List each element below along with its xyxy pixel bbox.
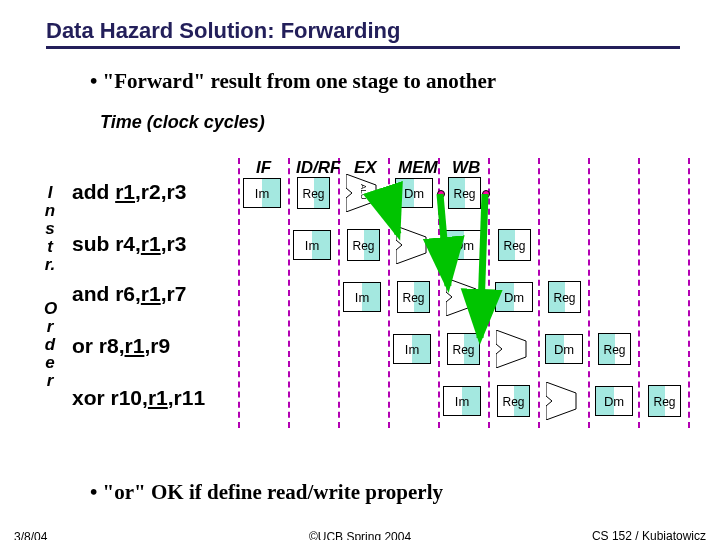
- instr-xor: xor r10,r1,r11: [72, 386, 205, 410]
- reg-box: Reg: [498, 229, 531, 261]
- footer-right: CS 152 / KubiatowiczLec12.23: [592, 530, 706, 540]
- dm-box: Dm: [495, 282, 533, 312]
- instr-add: add r1,r2,r3: [72, 180, 186, 204]
- bullet-or-ok: • "or" OK if define read/write properly: [90, 480, 443, 505]
- im-box: Im: [393, 334, 431, 364]
- time-label: Time (clock cycles): [100, 112, 720, 133]
- im-box: Im: [243, 178, 281, 208]
- alu-shape: ALU: [346, 174, 382, 212]
- fwd-dot: [382, 190, 390, 198]
- im-box: Im: [443, 386, 481, 416]
- alu-shape: [546, 382, 582, 420]
- svg-marker-2: [396, 226, 426, 264]
- svg-marker-3: [446, 278, 476, 316]
- reg-box: Reg: [297, 177, 330, 209]
- instr-sub: sub r4,r1,r3: [72, 232, 186, 256]
- reg-box: Reg: [598, 333, 631, 365]
- reg-box: Reg: [447, 333, 480, 365]
- bullet-forward: • "Forward" result from one stage to ano…: [90, 69, 720, 94]
- dm-box: Dm: [595, 386, 633, 416]
- side-instr: Instr.: [44, 184, 56, 274]
- alu-shape: [396, 226, 432, 264]
- stage-id: ID/RF: [296, 158, 340, 178]
- alu-shape: [496, 330, 532, 368]
- reg-box: Reg: [347, 229, 380, 261]
- reg-box: Reg: [497, 385, 530, 417]
- stage-if: IF: [256, 158, 271, 178]
- fwd-dot: [482, 190, 490, 198]
- instr-and: and r6,r1,r7: [72, 282, 186, 306]
- dm-box: Dm: [445, 230, 483, 260]
- reg-box: Reg: [648, 385, 681, 417]
- pipeline-diagram: IF ID/RF EX MEM WB Instr. Order add r1,r…: [40, 138, 700, 468]
- slide-title: Data Hazard Solution: Forwarding: [46, 18, 680, 49]
- instr-or: or r8,r1,r9: [72, 334, 170, 358]
- reg-box: Reg: [448, 177, 481, 209]
- side-order: Order: [44, 300, 56, 390]
- im-box: Im: [343, 282, 381, 312]
- dm-box: Dm: [545, 334, 583, 364]
- dm-box: Dm: [395, 178, 433, 208]
- stage-wb: WB: [452, 158, 480, 178]
- alu-shape: [446, 278, 482, 316]
- stage-mem: MEM: [398, 158, 438, 178]
- im-box: Im: [293, 230, 331, 260]
- svg-text:ALU: ALU: [359, 184, 368, 200]
- svg-marker-5: [546, 382, 576, 420]
- svg-marker-4: [496, 330, 526, 368]
- fwd-dot: [437, 190, 445, 198]
- reg-box: Reg: [397, 281, 430, 313]
- reg-box: Reg: [548, 281, 581, 313]
